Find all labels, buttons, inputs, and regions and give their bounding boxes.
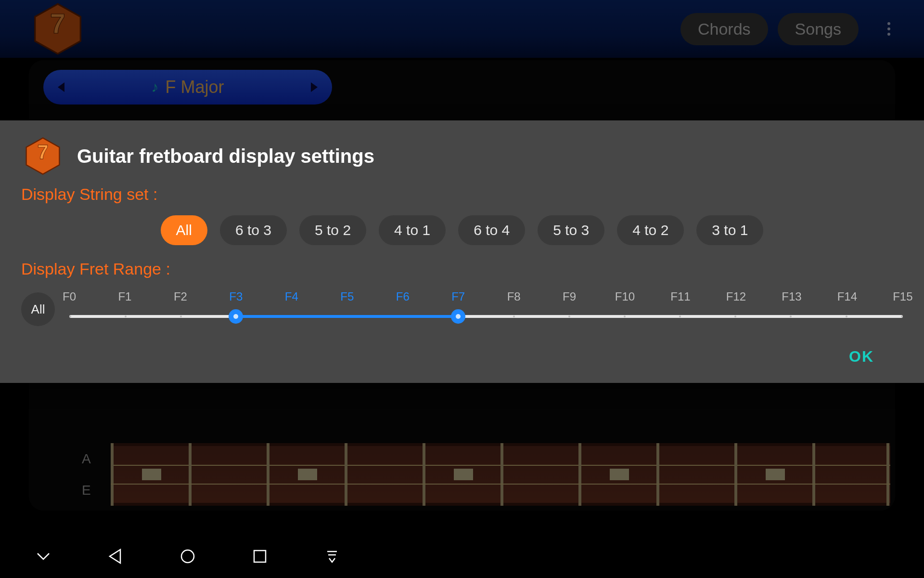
back-icon[interactable] [106, 547, 125, 566]
string-set-chip-6-to-4[interactable]: 6 to 4 [458, 215, 525, 245]
string-set-chip-3-to-1[interactable]: 3 to 1 [696, 215, 763, 245]
svg-text:7: 7 [37, 141, 48, 163]
download-icon[interactable] [322, 547, 342, 566]
svg-point-5 [181, 550, 194, 563]
slider-thumb-min[interactable] [229, 309, 243, 324]
string-set-chip-all[interactable]: All [161, 215, 207, 245]
string-set-chip-4-to-1[interactable]: 4 to 1 [379, 215, 446, 245]
fretboard-settings-dialog: 7 Guitar fretboard display settings Disp… [0, 120, 924, 383]
svg-rect-6 [254, 551, 266, 562]
string-set-label: Display String set : [21, 185, 903, 204]
recents-icon[interactable] [250, 547, 270, 566]
android-nav-bar [0, 535, 924, 578]
string-set-chip-6-to-3[interactable]: 6 to 3 [220, 215, 287, 245]
fret-range-all-button[interactable]: All [21, 292, 55, 326]
dialog-logo-icon: 7 [21, 137, 64, 175]
slider-range-fill [236, 315, 458, 318]
fret-range-label: Display Fret Range : [21, 260, 903, 278]
fret-range-slider[interactable]: F0F1F2F3F4F5F6F7F8F9F10F11F12F13F14F15 [69, 290, 903, 328]
string-set-chip-4-to-2[interactable]: 4 to 2 [617, 215, 684, 245]
chevron-down-icon[interactable] [34, 547, 53, 566]
home-icon[interactable] [178, 547, 197, 566]
slider-thumb-max[interactable] [451, 309, 465, 324]
svg-marker-4 [110, 550, 120, 563]
dialog-title: Guitar fretboard display settings [77, 145, 374, 167]
ok-button[interactable]: OK [839, 343, 884, 370]
string-set-options: All6 to 35 to 24 to 16 to 45 to 34 to 23… [21, 215, 903, 245]
string-set-chip-5-to-2[interactable]: 5 to 2 [299, 215, 366, 245]
string-set-chip-5-to-3[interactable]: 5 to 3 [538, 215, 604, 245]
